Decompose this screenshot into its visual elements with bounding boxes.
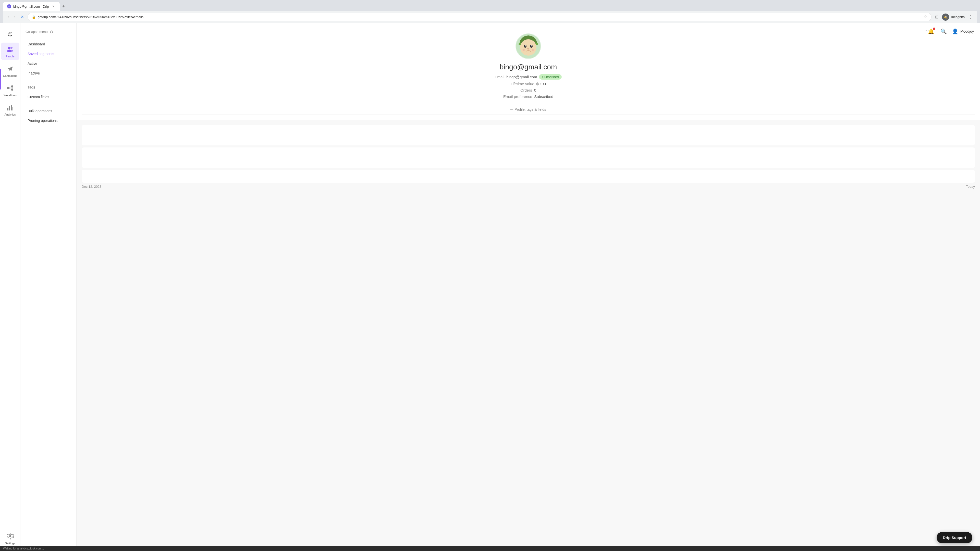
svg-point-1 <box>11 47 13 49</box>
svg-point-21 <box>527 48 529 49</box>
tab-divider-left <box>82 110 505 110</box>
notification-icon: 🔔 <box>928 29 934 34</box>
incognito-icon: 🕵 <box>943 15 948 19</box>
menu-button[interactable]: ⋮ <box>967 14 974 21</box>
subscribed-badge: Subscribed <box>539 74 562 79</box>
svg-point-13 <box>9 535 11 537</box>
incognito-button[interactable]: 🕵 <box>942 14 949 21</box>
status-bar: Waiting for analytics.tiktok.com... <box>0 546 980 551</box>
app-header: 🔔 🔍 👤 Moodjoy <box>921 23 980 40</box>
timeline-date-start: Dec 12, 2023 <box>82 185 101 189</box>
svg-point-16 <box>520 39 536 56</box>
main-content: 🔔 🔍 👤 Moodjoy ··· <box>76 23 980 551</box>
sidebar-item-campaigns[interactable]: Campaigns <box>1 62 19 79</box>
email-preference-value: Subscribed <box>534 94 553 99</box>
url-text: getdrip.com/7641396/subscribers/x31t6xtu… <box>38 15 922 19</box>
browser-actions: ⊞ 🕵 Incognito ⋮ <box>934 14 974 21</box>
new-tab-button[interactable]: + <box>60 2 67 11</box>
notification-badge <box>933 27 935 30</box>
nav-item-pruning-operations[interactable]: Pruning operations <box>22 116 74 125</box>
profile-section: bingo@gmail.com Email bingo@gmail.com Su… <box>76 23 980 120</box>
sidebar-item-people[interactable]: People <box>1 43 19 60</box>
user-icon: 👤 <box>952 28 958 35</box>
drip-logo-icon: ☺ <box>6 29 15 38</box>
star-icon[interactable]: ☆ <box>924 14 927 19</box>
people-icon <box>6 44 15 54</box>
notification-button[interactable]: 🔔 <box>927 27 935 35</box>
svg-rect-6 <box>11 89 13 91</box>
extensions-button[interactable]: ⊞ <box>934 14 940 21</box>
svg-line-8 <box>9 88 11 89</box>
tab-title: bingo@gmail.com - Drip <box>13 5 49 8</box>
tab-favicon: D <box>7 4 11 8</box>
reload-button[interactable]: ✕ <box>19 14 25 21</box>
lifetime-value-row: Lifetime value $0.00 <box>511 82 546 86</box>
svg-point-20 <box>531 45 532 46</box>
svg-point-19 <box>525 45 526 46</box>
user-menu[interactable]: 👤 Moodjoy <box>952 28 974 35</box>
collapse-menu-button[interactable]: Collapse menu ⊙ <box>21 27 76 39</box>
timeline-section: Dec 12, 2023 Today <box>76 120 980 198</box>
drip-support-button[interactable]: Drip Support <box>937 532 972 543</box>
collapse-menu-label: Collapse menu <box>25 30 48 34</box>
lifetime-value-label: Lifetime value <box>511 82 535 86</box>
user-name: Moodjoy <box>960 29 974 33</box>
svg-rect-9 <box>7 108 8 110</box>
status-text: Waiting for analytics.tiktok.com... <box>3 547 44 550</box>
profile-details: Email bingo@gmail.com Subscribed Lifetim… <box>82 74 975 99</box>
email-row: Email bingo@gmail.com Subscribed <box>495 74 562 79</box>
svg-line-7 <box>9 86 11 88</box>
icon-sidebar: ☺ People Campaigns <box>0 23 21 551</box>
sidebar-item-workflows[interactable]: Workflows <box>1 81 19 99</box>
forward-button[interactable]: › <box>13 14 17 21</box>
svg-rect-10 <box>9 106 10 110</box>
avatar-svg <box>515 33 541 59</box>
nav-item-inactive[interactable]: Inactive <box>22 68 74 78</box>
workflows-icon <box>6 83 15 93</box>
timeline-date-end: Today <box>966 185 975 189</box>
left-nav: Collapse menu ⊙ Dashboard Saved segments… <box>21 23 76 551</box>
sidebar-item-analytics[interactable]: Analytics <box>1 101 19 118</box>
incognito-label: Incognito <box>951 15 965 19</box>
browser-chrome: D bingo@gmail.com - Drip × + ‹ › ✕ 🔒 get… <box>0 0 980 23</box>
svg-rect-11 <box>11 105 12 110</box>
svg-rect-5 <box>11 86 13 87</box>
sidebar-item-settings[interactable]: Settings <box>1 530 19 547</box>
nav-item-active[interactable]: Active <box>22 59 74 68</box>
nav-item-dashboard[interactable]: Dashboard <box>22 40 74 49</box>
workflows-label: Workflows <box>3 94 17 97</box>
search-icon: 🔍 <box>940 29 947 34</box>
svg-rect-4 <box>7 87 9 89</box>
campaigns-label: Campaigns <box>3 74 18 77</box>
nav-item-tags[interactable]: Tags <box>22 83 74 92</box>
collapse-icon: ⊙ <box>50 29 53 34</box>
content-card-2 <box>82 148 975 168</box>
campaigns-icon <box>6 64 15 73</box>
orders-value: 0 <box>534 88 536 92</box>
tab-close-button[interactable]: × <box>51 4 56 9</box>
active-indicator <box>0 69 1 89</box>
address-bar[interactable]: 🔒 getdrip.com/7641396/subscribers/x31t6x… <box>27 13 932 21</box>
analytics-label: Analytics <box>4 113 16 116</box>
nav-item-bulk-operations[interactable]: Bulk operations <box>22 106 74 116</box>
lifetime-value: $0.00 <box>536 82 546 86</box>
settings-label: Settings <box>5 542 15 545</box>
svg-point-0 <box>8 47 11 49</box>
tab-bar: D bingo@gmail.com - Drip × + <box>3 2 977 11</box>
sidebar-item-logo[interactable]: ☺ <box>1 27 19 41</box>
email-preference-label: Email preference <box>503 94 532 99</box>
browser-toolbar: ‹ › ✕ 🔒 getdrip.com/7641396/subscribers/… <box>3 11 977 23</box>
settings-icon <box>6 532 15 541</box>
profile-tab-profile[interactable]: ✏ Profile, tags & fields <box>505 105 551 114</box>
svg-point-3 <box>10 50 13 52</box>
active-tab[interactable]: D bingo@gmail.com - Drip × <box>3 2 60 11</box>
back-button[interactable]: ‹ <box>6 14 11 21</box>
nav-item-saved-segments[interactable]: Saved segments <box>22 49 74 59</box>
search-button[interactable]: 🔍 <box>939 27 948 35</box>
content-card-1 <box>82 125 975 145</box>
nav-divider-2 <box>24 104 72 104</box>
profile-tabs: ✏ Profile, tags & fields <box>82 105 975 115</box>
svg-point-23 <box>531 49 534 51</box>
nav-item-custom-fields[interactable]: Custom fields <box>22 92 74 102</box>
svg-point-22 <box>522 49 525 51</box>
